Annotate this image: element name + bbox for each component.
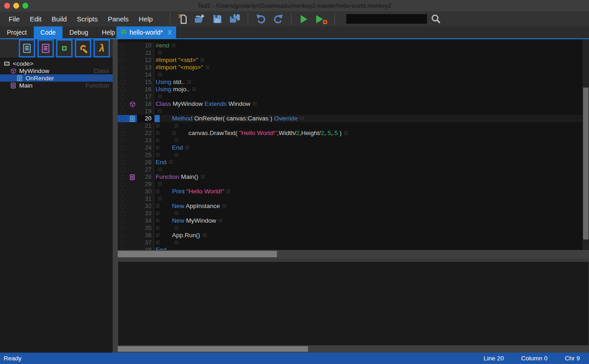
code-text[interactable]: App.Run() — [154, 232, 583, 239]
source-outline-button[interactable] — [19, 39, 35, 57]
code-text[interactable] — [154, 210, 583, 217]
breakpoint-gutter[interactable] — [118, 166, 128, 173]
code-text[interactable]: Print "Hello World!" — [154, 188, 583, 195]
tree-item-OnRender[interactable]: OnRenderMethod — [0, 74, 113, 82]
vertical-scrollbar[interactable] — [583, 39, 589, 250]
breakpoint-gutter[interactable] — [118, 137, 128, 144]
code-text[interactable]: Method OnRender( canvas:Canvas ) Overrid… — [154, 115, 583, 122]
breakpoint-gutter[interactable] — [118, 203, 128, 210]
tree-item-MyWindow[interactable]: MyWindowClass — [0, 67, 113, 74]
breakpoint-gutter[interactable] — [118, 151, 128, 159]
code-text[interactable]: canvas.DrawText( "Hello World!",Width/2,… — [154, 130, 583, 137]
breakpoint-gutter[interactable] — [118, 195, 128, 203]
code-text[interactable]: #Import "<std>" — [154, 57, 583, 64]
code-text[interactable] — [154, 122, 583, 130]
search-icon[interactable] — [431, 14, 441, 24]
breakpoint-gutter[interactable] — [118, 57, 128, 64]
run-debug-button[interactable] — [315, 12, 328, 26]
code-text[interactable] — [154, 151, 583, 159]
declaration-gutter — [128, 217, 137, 224]
breakpoint-gutter[interactable] — [118, 93, 128, 100]
breakpoint-gutter[interactable] — [118, 122, 128, 130]
tab-project[interactable]: Project — [0, 26, 34, 38]
tab-code[interactable]: Code — [34, 26, 63, 38]
code-text[interactable]: End — [154, 144, 583, 151]
menu-help[interactable]: Help — [134, 11, 158, 26]
run-button[interactable] — [297, 12, 311, 26]
modules-button[interactable]: λ — [94, 39, 110, 57]
code-text[interactable] — [154, 108, 583, 115]
tree-item-Main[interactable]: MainFunction — [0, 82, 113, 89]
tree-item-code[interactable]: <code> — [0, 60, 113, 67]
code-text[interactable] — [154, 49, 583, 57]
breakpoint-gutter[interactable] — [118, 64, 128, 71]
breakpoint-gutter[interactable] — [118, 144, 128, 151]
breakpoint-gutter[interactable] — [118, 239, 128, 246]
code-text[interactable] — [154, 166, 583, 173]
breakpoint-gutter[interactable] — [118, 188, 128, 195]
menu-build[interactable]: Build — [47, 11, 72, 26]
save-all-button[interactable] — [228, 12, 242, 26]
breakpoint-gutter[interactable] — [118, 100, 128, 108]
save-button[interactable] — [211, 12, 224, 26]
code-text[interactable]: New MyWindow — [154, 217, 583, 224]
code-text[interactable] — [154, 137, 583, 144]
code-text[interactable]: #Import "<mojo>" — [154, 64, 583, 71]
code-text[interactable]: Function Main() — [154, 173, 583, 181]
breakpoint-gutter[interactable] — [118, 86, 128, 93]
code-text[interactable]: Using std.. — [154, 78, 583, 86]
build-button[interactable] — [75, 39, 91, 57]
code-text[interactable] — [154, 195, 583, 203]
tab-debug[interactable]: Debug — [63, 26, 95, 38]
breakpoint-gutter[interactable] — [118, 78, 128, 86]
undo-button[interactable] — [254, 12, 268, 26]
breakpoint-gutter[interactable] — [118, 246, 128, 250]
panel-splitter[interactable] — [113, 39, 118, 353]
open-file-button[interactable] — [193, 12, 207, 26]
redo-button[interactable] — [271, 12, 285, 26]
code-text[interactable]: End — [154, 159, 583, 166]
output-panel[interactable] — [118, 261, 589, 345]
trailing-whitespace — [201, 175, 205, 179]
breakpoint-gutter[interactable] — [118, 42, 128, 49]
code-text[interactable] — [154, 181, 583, 188]
declarations-button[interactable] — [37, 39, 54, 57]
code-text[interactable]: End — [154, 246, 583, 250]
new-file-button[interactable] — [176, 12, 190, 26]
breakpoint-gutter[interactable] — [118, 217, 128, 224]
breakpoint-gutter[interactable] — [118, 210, 128, 217]
code-text[interactable]: Using mojo.. — [154, 86, 583, 93]
output-horizontal-scrollbar[interactable] — [118, 345, 589, 353]
code-text[interactable] — [154, 224, 583, 232]
output-hscroll-thumb[interactable] — [118, 346, 308, 352]
code-text[interactable] — [154, 239, 583, 246]
breakpoint-gutter[interactable] — [118, 181, 128, 188]
code-text[interactable]: New AppInstance — [154, 203, 583, 210]
code-text[interactable]: #end — [154, 42, 583, 49]
breakpoint-gutter[interactable] — [118, 232, 128, 239]
markers-button[interactable] — [56, 39, 73, 57]
close-tab-icon[interactable]: X — [167, 29, 172, 36]
breakpoint-gutter[interactable] — [118, 49, 128, 57]
menu-scripts[interactable]: Scripts — [72, 11, 103, 26]
code-text[interactable] — [154, 93, 583, 100]
breakpoint-gutter[interactable] — [118, 71, 128, 78]
menu-panels[interactable]: Panels — [103, 11, 134, 26]
breakpoint-gutter[interactable] — [118, 130, 128, 137]
breakpoint-gutter[interactable] — [118, 159, 128, 166]
horizontal-splitter[interactable] — [118, 258, 589, 261]
search-input[interactable] — [346, 14, 427, 24]
menu-file[interactable]: File — [4, 11, 25, 26]
vertical-scrollbar-thumb[interactable] — [583, 88, 589, 239]
editor-hscroll-thumb[interactable] — [118, 251, 277, 257]
breakpoint-gutter[interactable] — [118, 224, 128, 232]
code-editor[interactable]: 10#end1112#Import "<std>"13#Import "<moj… — [118, 39, 589, 250]
breakpoint-gutter[interactable] — [118, 108, 128, 115]
menu-edit[interactable]: Edit — [25, 11, 47, 26]
code-text[interactable] — [154, 71, 583, 78]
code-text[interactable]: Class MyWindow Extends Window — [154, 100, 583, 108]
editor-horizontal-scrollbar[interactable] — [118, 250, 589, 258]
breakpoint-gutter[interactable] — [118, 173, 128, 181]
document-tab[interactable]: hello-world* X — [116, 26, 176, 38]
breakpoint-gutter[interactable] — [118, 115, 128, 122]
